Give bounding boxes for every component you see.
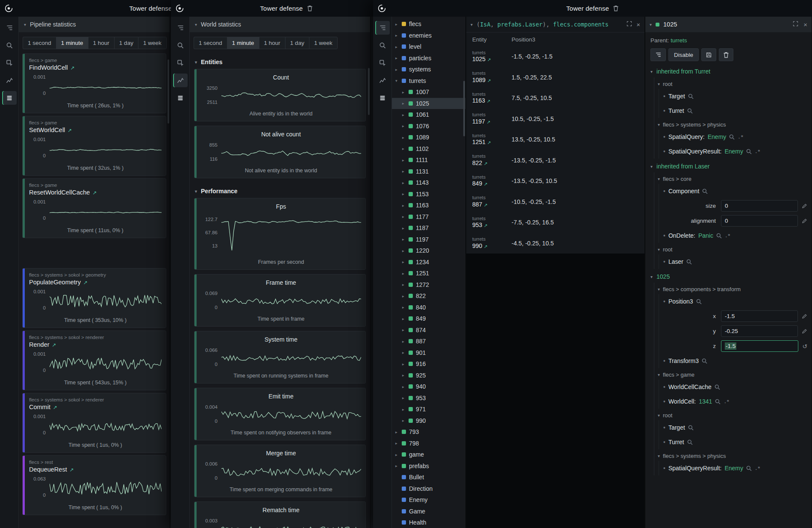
search-icon[interactable] [173, 38, 188, 52]
tree-item-1025[interactable]: ▸1025 [392, 98, 465, 109]
open-link-icon[interactable]: ↗ [83, 280, 88, 286]
tree-item-flecs[interactable]: ▸flecs [392, 18, 465, 30]
component-path-row[interactable]: ▾root [654, 243, 812, 254]
chevron-right-icon[interactable]: ▸ [395, 33, 402, 38]
tab-1-day[interactable]: 1 day [285, 37, 309, 49]
close-icon[interactable]: × [803, 21, 807, 28]
query-result-row[interactable]: turrets822↗-13.5, -0.25, -1.5 [466, 150, 644, 171]
open-link-icon[interactable]: ↗ [484, 202, 488, 207]
tree-item-1153[interactable]: ▸1153 [392, 189, 465, 200]
component-path-row[interactable]: ▾flecs > game [654, 368, 812, 380]
scrollbar-thumb[interactable] [463, 81, 465, 136]
tree-item-822[interactable]: ▸822 [392, 290, 465, 302]
chevron-right-icon[interactable]: ▸ [402, 90, 409, 94]
close-icon[interactable]: × [636, 21, 640, 28]
chevron-right-icon[interactable]: ▸ [395, 22, 402, 27]
chevron-right-icon[interactable]: ▸ [402, 395, 409, 400]
tree-item-1187[interactable]: ▸1187 [392, 222, 465, 234]
search-icon[interactable] [688, 425, 694, 431]
tab-1-hour[interactable]: 1 hour [259, 37, 285, 49]
chevron-right-icon[interactable]: ▸ [402, 384, 409, 389]
query-result-row[interactable]: turrets887↗-10.5, -0.25, -1.5 [466, 192, 644, 212]
tree-item-971[interactable]: ▸971 [392, 404, 465, 415]
chevron-right-icon[interactable]: ▸ [402, 101, 409, 106]
tree-view-button[interactable] [650, 48, 666, 61]
entity-id-link[interactable]: 1163↗ [472, 97, 506, 105]
open-link-icon[interactable]: ↗ [484, 223, 488, 228]
field-input-z[interactable]: -1.5 [721, 340, 798, 352]
tree-item-1102[interactable]: ▸1102 [392, 143, 465, 155]
search-icon[interactable] [696, 299, 702, 304]
open-link-icon[interactable]: ↗ [484, 244, 488, 249]
chevron-right-icon[interactable]: ▸ [402, 226, 409, 230]
chevron-right-icon[interactable]: ▸ [402, 407, 409, 412]
chevron-right-icon[interactable]: ▸ [395, 56, 402, 60]
chevron-right-icon[interactable]: ▸ [395, 463, 402, 468]
tree-item-849[interactable]: ▸849 [392, 313, 465, 324]
tree-item-1220[interactable]: ▸1220 [392, 245, 465, 257]
entity-id-link[interactable]: 1025↗ [472, 56, 506, 63]
tree-item-1197[interactable]: ▸1197 [392, 234, 465, 245]
chevron-right-icon[interactable]: ▸ [395, 452, 402, 457]
search-icon[interactable] [2, 38, 17, 52]
chevron-right-icon[interactable]: ▸ [402, 327, 409, 332]
component-value-link[interactable]: Panic [698, 232, 713, 239]
chevron-right-icon[interactable]: ▸ [395, 430, 402, 434]
tree-item-level[interactable]: ▸level [392, 41, 465, 53]
tree-item-953[interactable]: ▸953 [392, 392, 465, 404]
chevron-down-icon[interactable]: ▾ [395, 78, 402, 83]
chevron-right-icon[interactable]: ▸ [402, 248, 409, 253]
tree-item-1111[interactable]: ▸1111 [392, 154, 465, 166]
query-result-row[interactable]: turrets990↗-4.5, -0.25, 10.5 [466, 233, 644, 254]
query-result-row[interactable]: turrets1163↗7.5, -0.25, 10.5 [466, 88, 644, 109]
search-icon[interactable] [729, 134, 735, 140]
chevron-right-icon[interactable]: ▸ [402, 192, 409, 196]
query-result-row[interactable]: turrets1025↗-1.5, -0.25, -1.5 [466, 46, 644, 67]
field-input-size[interactable]: 0 [721, 200, 798, 212]
open-link-icon[interactable]: ↗ [68, 127, 72, 133]
query-expression[interactable]: (IsA, prefabs.Laser), flecs.components [477, 21, 609, 28]
chevron-right-icon[interactable]: ▸ [402, 158, 409, 162]
inspector-section-heading[interactable]: ▾inherited from Turret [645, 64, 812, 77]
disable-button[interactable]: Disable [668, 48, 699, 61]
table-icon[interactable] [173, 91, 188, 105]
search-icon[interactable] [746, 149, 752, 154]
inspector-section-heading[interactable]: ▾inherited from Laser [645, 159, 812, 172]
component-path-row[interactable]: ▾flecs > components > transform [654, 283, 812, 294]
chevron-right-icon[interactable]: ▸ [402, 237, 409, 242]
chart-icon[interactable] [173, 74, 188, 87]
outline-tree-icon[interactable] [375, 21, 390, 35]
tree-item-1061[interactable]: ▸1061 [392, 109, 465, 121]
edit-pencil-icon[interactable] [802, 313, 807, 319]
chart-icon[interactable] [2, 74, 17, 87]
tree-item-Bullet[interactable]: Bullet [392, 472, 465, 483]
tree-item-1272[interactable]: ▸1272 [392, 279, 465, 291]
tree-item-990[interactable]: ▸990 [392, 415, 465, 427]
search-icon[interactable] [702, 358, 707, 364]
tree-item-925[interactable]: ▸925 [392, 370, 465, 381]
tree-item-798[interactable]: ▸798 [392, 438, 465, 449]
expand-icon[interactable] [793, 21, 798, 28]
tree-item-916[interactable]: ▸916 [392, 358, 465, 370]
outline-tree-icon[interactable] [2, 21, 17, 35]
chevron-right-icon[interactable]: ▸ [402, 169, 409, 174]
open-link-icon[interactable]: ↗ [71, 65, 75, 71]
query-result-row[interactable]: turrets1197↗10.5, -0.25, -1.5 [466, 109, 644, 130]
entity-id-link[interactable]: 849↗ [472, 180, 506, 188]
section-header-entities[interactable]: ▾Entities [190, 53, 370, 69]
search-icon[interactable] [746, 466, 752, 471]
entity-id-link[interactable]: 1197↗ [472, 118, 506, 126]
chevron-right-icon[interactable]: ▸ [402, 282, 409, 287]
entity-id-link[interactable]: 887↗ [472, 201, 506, 209]
chevron-right-icon[interactable]: ▸ [395, 67, 402, 72]
tab-1-week[interactable]: 1 week [309, 37, 338, 49]
chevron-down-icon[interactable]: ▾ [650, 22, 652, 27]
pair-wildcard-icon[interactable]: .* [724, 399, 729, 404]
inspector-section-heading[interactable]: ▾1025 [645, 269, 812, 283]
search-icon[interactable] [375, 38, 390, 52]
table-icon[interactable] [2, 91, 17, 105]
component-value-link[interactable]: Enemy [724, 465, 743, 472]
tab-1-second[interactable]: 1 second [194, 37, 227, 49]
edit-pencil-icon[interactable] [802, 203, 807, 209]
pair-wildcard-icon[interactable]: .* [755, 466, 760, 471]
